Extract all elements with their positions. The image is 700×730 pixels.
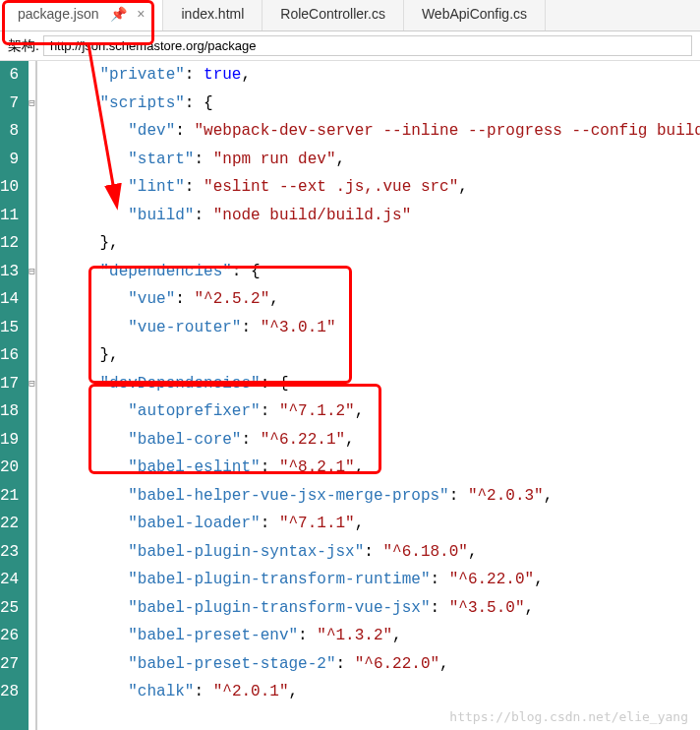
line-number: 10 (0, 173, 19, 202)
tab-label: package.json (18, 6, 99, 22)
fold-toggle (29, 397, 35, 426)
fold-toggle (29, 650, 35, 679)
tab-label: RoleController.cs (280, 6, 385, 22)
line-number: 25 (0, 594, 19, 623)
line-number: 28 (0, 678, 19, 706)
code-line[interactable]: "babel-preset-stage-2": "^6.22.0", (43, 650, 700, 679)
code-line[interactable]: "babel-plugin-transform-runtime": "^6.22… (43, 566, 700, 594)
fold-toggle (29, 622, 35, 650)
fold-toggle (29, 510, 35, 538)
code-line[interactable]: "build": "node build/build.js" (43, 202, 700, 230)
fold-toggle (29, 173, 35, 202)
line-number: 8 (0, 117, 19, 146)
schema-label: 架构: (8, 37, 39, 55)
line-number: 18 (0, 397, 19, 426)
fold-toggle (29, 202, 35, 230)
line-number: 24 (0, 566, 19, 594)
code-line[interactable]: "babel-plugin-transform-vue-jsx": "^3.5.… (43, 594, 700, 623)
fold-toggle (29, 341, 35, 370)
line-number: 26 (0, 622, 19, 650)
watermark: https://blog.csdn.net/elie_yang (449, 709, 688, 724)
line-number: 13 (0, 258, 19, 286)
fold-toggle (29, 566, 35, 594)
code-editor[interactable]: 6789101112131415161718192021222324252627… (0, 61, 700, 730)
code-line[interactable]: "dev": "webpack-dev-server --inline --pr… (43, 117, 700, 146)
code-line[interactable]: "scripts": { (43, 90, 700, 118)
fold-toggle (29, 285, 35, 314)
code-line[interactable]: "babel-plugin-syntax-jsx": "^6.18.0", (43, 538, 700, 567)
fold-toggle (29, 454, 35, 482)
code-line[interactable]: "chalk": "^2.0.1", (43, 678, 700, 706)
fold-toggle (29, 482, 35, 511)
line-number: 11 (0, 202, 19, 230)
tab-rolecontroller[interactable]: RoleController.cs (262, 0, 404, 30)
tab-package-json[interactable]: package.json 📌 × (0, 0, 163, 30)
code-line[interactable]: "babel-preset-env": "^1.3.2", (43, 622, 700, 650)
code-line[interactable]: }, (43, 341, 700, 370)
line-number-gutter: 6789101112131415161718192021222324252627… (0, 61, 29, 730)
fold-toggle[interactable]: ⊟ (29, 90, 35, 118)
fold-toggle[interactable]: ⊟ (29, 370, 35, 398)
code-line[interactable]: "devDependencies": { (43, 370, 700, 398)
line-number: 22 (0, 510, 19, 538)
fold-toggle (29, 146, 35, 174)
fold-gutter[interactable]: ⊟⊟⊟ (29, 61, 36, 730)
code-line[interactable]: "lint": "eslint --ext .js,.vue src", (43, 173, 700, 202)
tab-webapiconfig[interactable]: WebApiConfig.cs (404, 0, 546, 30)
code-line[interactable]: "babel-core": "^6.22.1", (43, 426, 700, 455)
line-number: 15 (0, 314, 19, 342)
fold-toggle[interactable]: ⊟ (29, 258, 35, 286)
tab-bar: package.json 📌 × index.html RoleControll… (0, 0, 700, 31)
code-line[interactable]: "dependencies": { (43, 258, 700, 286)
line-number: 9 (0, 146, 19, 174)
line-number: 12 (0, 229, 19, 258)
line-number: 20 (0, 454, 19, 482)
line-number: 21 (0, 482, 19, 511)
line-number: 7 (0, 90, 19, 118)
line-number: 17 (0, 370, 19, 398)
fold-toggle (29, 229, 35, 258)
fold-toggle (29, 61, 35, 90)
fold-toggle (29, 314, 35, 342)
line-number: 23 (0, 538, 19, 567)
line-number: 16 (0, 341, 19, 370)
fold-toggle (29, 678, 35, 706)
fold-toggle (29, 117, 35, 146)
schema-url-input[interactable] (43, 35, 692, 56)
code-line[interactable]: "babel-helper-vue-jsx-merge-props": "^2.… (43, 482, 700, 511)
code-line[interactable]: }, (43, 229, 700, 258)
fold-toggle (29, 538, 35, 567)
close-icon[interactable]: × (137, 6, 145, 22)
fold-toggle (29, 594, 35, 623)
line-number: 19 (0, 426, 19, 455)
fold-toggle (29, 426, 35, 455)
line-number: 27 (0, 650, 19, 679)
code-line[interactable]: "vue": "^2.5.2", (43, 285, 700, 314)
schema-bar: 架构: (0, 31, 700, 61)
code-line[interactable]: "private": true, (43, 61, 700, 90)
tab-index-html[interactable]: index.html (163, 0, 262, 30)
code-line[interactable]: "start": "npm run dev", (43, 146, 700, 174)
tab-label: WebApiConfig.cs (422, 6, 527, 22)
tab-label: index.html (181, 6, 244, 22)
code-content[interactable]: "private": true, "scripts": { "dev": "we… (37, 61, 700, 730)
code-line[interactable]: "vue-router": "^3.0.1" (43, 314, 700, 342)
code-line[interactable]: "babel-eslint": "^8.2.1", (43, 454, 700, 482)
code-line[interactable]: "autoprefixer": "^7.1.2", (43, 397, 700, 426)
line-number: 6 (0, 61, 19, 90)
line-number: 14 (0, 285, 19, 314)
pin-icon[interactable]: 📌 (110, 6, 127, 22)
code-line[interactable]: "babel-loader": "^7.1.1", (43, 510, 700, 538)
